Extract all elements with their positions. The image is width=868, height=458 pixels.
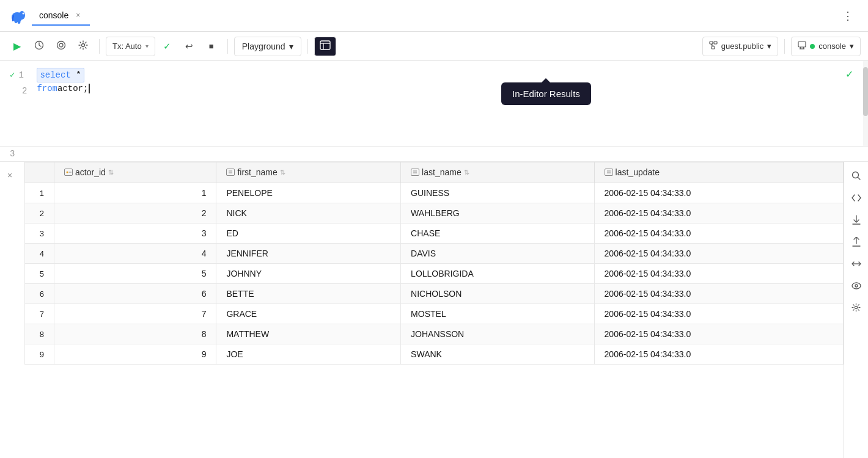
last-name-cell: CHASE	[401, 224, 594, 244]
keyword-select: select	[40, 70, 70, 80]
svg-point-7	[59, 43, 63, 47]
in-editor-results-button[interactable]	[314, 37, 336, 56]
svg-rect-9	[320, 41, 330, 49]
playground-label: Playground	[242, 42, 285, 51]
results-table-wrapper[interactable]: actor_id ⇅ first_name	[24, 162, 844, 458]
search-results-button[interactable]	[847, 167, 866, 186]
title-bar-right: ⋮	[837, 7, 858, 25]
toolbar: ▶ Tx: Auto ▾ ✓ ↩	[0, 32, 868, 61]
text-cursor	[89, 84, 90, 93]
editor-scrollbar[interactable]	[863, 61, 868, 146]
svg-point-43	[855, 306, 857, 308]
code-highlight-select: select *	[37, 68, 84, 82]
separator-2	[227, 39, 228, 54]
actor-id-cell: 8	[54, 324, 216, 344]
scrollbar-thumb[interactable]	[863, 67, 868, 116]
tx-label: Tx: Auto	[112, 42, 142, 51]
last-update-cell: 2006-02-15 04:34:33.0	[594, 183, 843, 203]
last-update-cell: 2006-02-15 04:34:33.0	[594, 344, 843, 365]
col-actor-id-header[interactable]: actor_id ⇅	[54, 162, 216, 183]
table-row: 6 6 BETTE NICHOLSON 2006-02-15 04:34:33.…	[25, 284, 844, 304]
upload-button[interactable]	[847, 233, 866, 252]
undo-button[interactable]: ↩	[180, 37, 199, 56]
row-num-cell: 7	[25, 304, 54, 324]
more-options-icon[interactable]: ⋮	[837, 7, 858, 25]
right-check-icon: ✓	[845, 68, 853, 80]
check-icon: ✓	[163, 41, 171, 52]
first-name-cell: NICK	[216, 203, 401, 224]
playground-button[interactable]: Playground ▾	[234, 37, 301, 56]
stop-button[interactable]: ■	[202, 37, 221, 56]
last-name-cell: LOLLOBRIGIDA	[401, 264, 594, 284]
last-update-cell: 2006-02-15 04:34:33.0	[594, 264, 843, 284]
last-name-sort-icon[interactable]: ⇅	[464, 169, 469, 176]
tab-close-btn[interactable]: ×	[73, 10, 83, 21]
code-view-button[interactable]	[847, 189, 866, 208]
elephant-icon	[10, 7, 27, 24]
actor-id-cell: 4	[54, 244, 216, 264]
run-icon: ▶	[13, 40, 21, 52]
check-button[interactable]: ✓	[158, 37, 177, 56]
run-button[interactable]: ▶	[7, 37, 27, 56]
last-name-cell: WAHLBERG	[401, 203, 594, 224]
svg-point-1	[19, 11, 25, 20]
schema-chevron-icon: ▾	[767, 42, 771, 51]
console-tab[interactable]: console ×	[32, 6, 90, 26]
results-right-sidebar	[844, 162, 868, 458]
last-name-cell: NICHOLSON	[401, 284, 594, 304]
console-label: console	[818, 42, 846, 51]
last-update-cell: 2006-02-15 04:34:33.0	[594, 224, 843, 244]
col-first-name-header[interactable]: first_name ⇅	[216, 162, 401, 183]
connection-status-dot	[810, 44, 815, 49]
last-update-cell: 2006-02-15 04:34:33.0	[594, 324, 843, 344]
title-bar: console × ⋮	[0, 0, 868, 32]
schema-icon	[709, 41, 718, 51]
semicolon: ;	[83, 82, 88, 95]
line-numbers: ✓ 1 2	[0, 61, 32, 105]
eye-button[interactable]	[847, 277, 866, 296]
tx-chevron: ▾	[145, 43, 149, 49]
last-name-cell: MOSTEL	[401, 304, 594, 324]
schema-dropdown[interactable]: guest.public ▾	[702, 37, 778, 56]
last-update-cell: 2006-02-15 04:34:33.0	[594, 304, 843, 324]
playground-chevron-icon: ▾	[289, 42, 293, 51]
row-num-cell: 3	[25, 224, 54, 244]
line-1-number: ✓ 1	[10, 68, 27, 82]
settings-button[interactable]	[73, 37, 93, 56]
history-button[interactable]	[29, 37, 49, 56]
last-name-cell: SWANK	[401, 344, 594, 365]
results-settings-button[interactable]	[847, 299, 866, 318]
resize-icon	[851, 260, 861, 270]
schema-label: guest.public	[721, 42, 763, 51]
separator-4	[784, 39, 785, 54]
resize-button[interactable]	[847, 255, 866, 274]
svg-point-6	[57, 42, 65, 49]
monitor-icon	[798, 41, 806, 51]
actor-id-cell: 3	[54, 224, 216, 244]
svg-point-4	[23, 12, 24, 14]
last-update-cell: 2006-02-15 04:34:33.0	[594, 284, 843, 304]
tx-dropdown[interactable]: Tx: Auto ▾	[106, 37, 155, 56]
actor-id-sort-icon[interactable]: ⇅	[108, 169, 114, 176]
results-close-button[interactable]: ×	[7, 170, 12, 180]
first-name-sort-icon[interactable]: ⇅	[280, 169, 285, 176]
bookmark-button[interactable]	[51, 37, 71, 56]
results-settings-icon	[851, 303, 861, 314]
code-editor[interactable]: select * from actor ;	[32, 61, 868, 103]
table-row: 4 4 JENNIFER DAVIS 2006-02-15 04:34:33.0	[25, 244, 844, 264]
actor-id-col-label: actor_id ⇅	[64, 167, 114, 177]
line-3: 3	[0, 147, 868, 162]
table-row: 7 7 GRACE MOSTEL 2006-02-15 04:34:33.0	[25, 304, 844, 324]
first-name-cell: BETTE	[216, 284, 401, 304]
console-dropdown[interactable]: console ▾	[791, 37, 861, 56]
download-button[interactable]	[847, 211, 866, 230]
editor-area[interactable]: ✓ 1 2 select * from actor ; ✓	[0, 61, 868, 147]
row-num-cell: 1	[25, 183, 54, 203]
svg-point-34	[853, 172, 859, 178]
results-tbody: 1 1 PENELOPE GUINESS 2006-02-15 04:34:33…	[25, 183, 844, 365]
results-table: actor_id ⇅ first_name	[24, 162, 844, 365]
code-line-1: select *	[37, 68, 863, 82]
last-name-cell: JOHANSSON	[401, 324, 594, 344]
col-last-name-header[interactable]: last_name ⇅	[401, 162, 594, 183]
actor-id-label: actor_id	[75, 167, 106, 177]
